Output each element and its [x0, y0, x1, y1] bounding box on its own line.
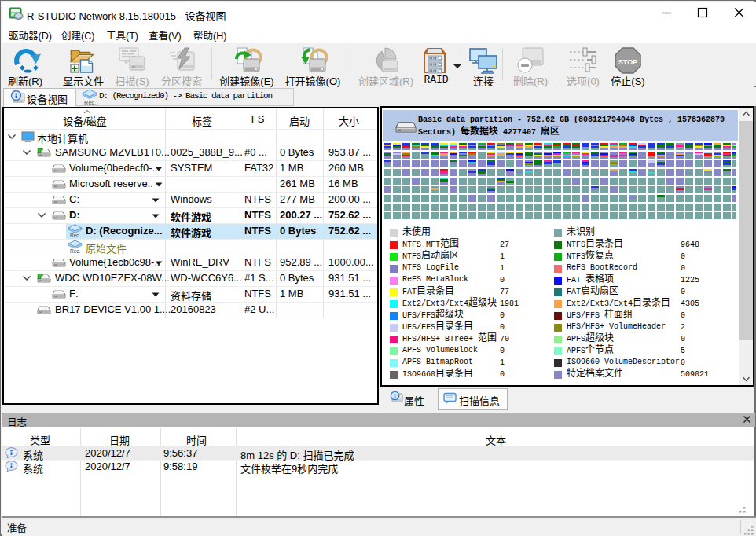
svg-text:Rec.: Rec. — [70, 233, 81, 238]
svg-text:STOP: STOP — [618, 58, 637, 66]
svg-text:Rec.: Rec. — [70, 248, 81, 254]
svg-text:Rec.: Rec. — [84, 99, 96, 105]
